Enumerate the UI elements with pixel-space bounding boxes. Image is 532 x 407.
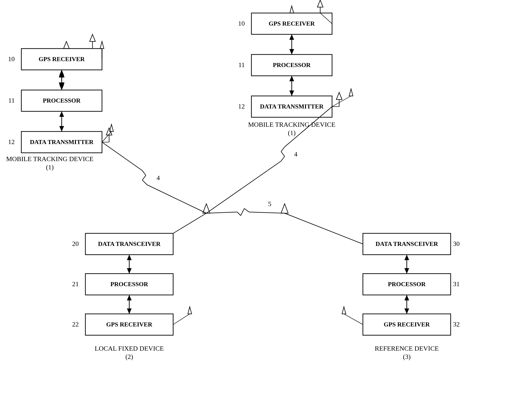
svg-marker-58	[127, 268, 132, 274]
svg-line-91	[244, 209, 249, 212]
svg-marker-109	[64, 41, 69, 48]
svg-marker-81	[342, 307, 346, 314]
svg-line-98	[142, 180, 147, 185]
diagram-svg: GPS RECEIVER 10 PROCESSOR 11 DATA TRANSM…	[0, 0, 532, 407]
svg-marker-80	[404, 308, 409, 314]
svg-marker-40	[289, 91, 294, 96]
svg-text:PROCESSOR: PROCESSOR	[43, 97, 81, 104]
svg-text:DATA TRANSCEIVER: DATA TRANSCEIVER	[375, 241, 438, 247]
svg-line-103	[281, 152, 285, 156]
svg-line-82	[344, 314, 363, 325]
svg-text:PROCESSOR: PROCESSOR	[388, 281, 426, 288]
svg-line-89	[237, 212, 241, 216]
svg-line-90	[241, 209, 244, 216]
svg-marker-112	[90, 34, 95, 41]
svg-text:DATA TRANSCEIVER: DATA TRANSCEIVER	[98, 241, 161, 247]
svg-text:DATA TRANSMITTER: DATA TRANSMITTER	[260, 103, 323, 110]
svg-marker-39	[289, 76, 294, 81]
svg-text:4: 4	[157, 174, 160, 181]
svg-line-102	[281, 147, 285, 152]
svg-marker-60	[127, 295, 132, 300]
svg-marker-17	[59, 126, 64, 132]
svg-text:31: 31	[453, 280, 460, 288]
svg-marker-62	[188, 307, 192, 314]
svg-text:(3): (3)	[403, 353, 411, 360]
svg-text:(1): (1)	[46, 164, 54, 171]
svg-text:MOBILE TRACKING DEVICE: MOBILE TRACKING DEVICE	[6, 155, 93, 163]
svg-text:GPS RECEIVER: GPS RECEIVER	[39, 56, 85, 63]
svg-line-104	[281, 156, 285, 161]
svg-marker-43	[349, 89, 353, 96]
svg-marker-79	[404, 295, 409, 300]
svg-marker-122	[336, 92, 342, 100]
svg-marker-16	[59, 111, 64, 117]
svg-line-88	[206, 212, 237, 213]
svg-text:11: 11	[8, 97, 15, 104]
svg-text:GPS RECEIVER: GPS RECEIVER	[384, 321, 430, 328]
svg-marker-37	[289, 49, 294, 55]
svg-text:5: 5	[268, 200, 271, 208]
svg-marker-76	[404, 255, 409, 260]
svg-text:21: 21	[72, 280, 79, 288]
svg-text:(2): (2)	[125, 353, 133, 360]
svg-text:12: 12	[8, 138, 15, 145]
svg-text:22: 22	[72, 321, 79, 328]
svg-marker-36	[289, 34, 294, 40]
svg-line-86	[173, 213, 206, 233]
svg-marker-18	[100, 41, 104, 48]
svg-text:32: 32	[453, 321, 460, 328]
svg-line-99	[147, 185, 206, 213]
svg-marker-57	[127, 255, 132, 260]
svg-marker-61	[127, 308, 132, 314]
svg-line-97	[142, 175, 146, 180]
svg-text:GPS RECEIVER: GPS RECEIVER	[269, 20, 315, 27]
svg-text:4: 4	[294, 150, 298, 158]
svg-text:30: 30	[453, 240, 460, 247]
svg-text:LOCAL FIXED DEVICE: LOCAL FIXED DEVICE	[95, 345, 164, 352]
svg-text:(1): (1)	[288, 129, 296, 136]
svg-text:10: 10	[8, 55, 15, 63]
diagram: GPS RECEIVER 10 PROCESSOR 11 DATA TRANSM…	[0, 0, 532, 407]
svg-line-63	[173, 314, 190, 325]
svg-marker-14	[59, 85, 64, 90]
svg-line-95	[102, 142, 142, 171]
svg-text:10: 10	[238, 20, 245, 27]
svg-text:11: 11	[238, 61, 245, 69]
svg-marker-13	[59, 70, 64, 75]
svg-text:GPS RECEIVER: GPS RECEIVER	[106, 321, 153, 328]
svg-text:12: 12	[238, 102, 245, 110]
svg-line-96	[142, 171, 146, 175]
svg-text:DATA TRANSMITTER: DATA TRANSMITTER	[30, 139, 93, 145]
svg-text:PROCESSOR: PROCESSOR	[111, 281, 148, 288]
svg-marker-87	[281, 204, 288, 213]
svg-marker-77	[404, 268, 409, 274]
svg-marker-41	[290, 6, 294, 13]
svg-text:MOBILE TRACKING DEVICE: MOBILE TRACKING DEVICE	[248, 121, 335, 128]
svg-text:20: 20	[72, 240, 79, 247]
svg-marker-117	[317, 0, 323, 7]
svg-line-94	[285, 213, 363, 244]
svg-text:PROCESSOR: PROCESSOR	[273, 62, 311, 69]
svg-text:REFERENCE DEVICE: REFERENCE DEVICE	[375, 345, 439, 352]
svg-line-92	[249, 212, 285, 213]
